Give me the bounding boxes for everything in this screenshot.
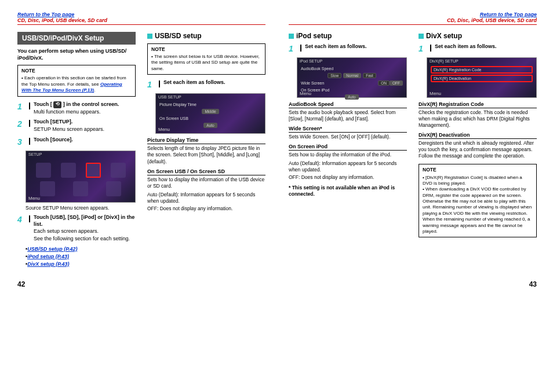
audiobook-speed-head: AudioBook Speed — [289, 101, 407, 108]
intro-text: You can perform setup when using USB/SD/… — [17, 48, 136, 61]
shot-title: DivX(R) SETUP — [430, 59, 459, 63]
shot-menu-label: Menu — [158, 127, 170, 132]
usb-step1: Set each item as follows. — [163, 79, 265, 86]
asterisk-note: * This setting is not available when an … — [289, 185, 407, 197]
off-label: OFF: — [147, 206, 160, 211]
picture-display-time-desc: Selects length of time to display JPEG p… — [147, 145, 265, 164]
step4-head: Touch [USB], [SD], [iPod] or [DivX] in t… — [34, 214, 136, 228]
section-title: USB/SD/iPod/DivX Setup — [17, 32, 136, 45]
shot-title: USB SETUP — [158, 95, 181, 99]
audiobook-speed-desc: Sets the audio book playback speed. Sele… — [289, 109, 407, 122]
ipod-step1: Set each item as follows. — [305, 43, 407, 50]
off-text: Does not display any information. — [160, 206, 233, 211]
off-text: Does not display any information. — [301, 174, 374, 180]
usb-sd-heading: USB/SD setup — [155, 32, 202, 40]
page-header: Return to the Top page CD, Disc, iPod, U… — [289, 12, 537, 25]
step1-text-b: ] in the control screen. — [63, 101, 119, 107]
note-title: NOTE — [423, 167, 533, 173]
breadcrumb: CD, Disc, iPod, USB device, SD card — [447, 17, 537, 23]
note-box: NOTE [DivX(R) Registration Code] is disa… — [419, 164, 537, 237]
onscreen-ipod-head: On Screen iPod — [289, 144, 407, 151]
divx-deact-desc: Deregisters the unit which is already re… — [419, 140, 537, 159]
widescreen-head: Wide Screen* — [289, 126, 407, 133]
setup-screenshot: SETUP Menu — [26, 151, 136, 203]
shot-caption: Source SETUP Menu screen appears. — [26, 205, 136, 211]
ipod-setup-screenshot: iPod SETUP AudioBook Speed Slow Normal F… — [297, 57, 407, 98]
step-number: 4 — [17, 214, 26, 243]
xref-usb-sd[interactable]: USB/SD setup (P.42) — [26, 246, 136, 252]
divx-deact-head: DivX(R) Deactivation — [419, 132, 537, 139]
return-link[interactable]: Return to the Top page — [17, 12, 74, 17]
step-number: 1 — [289, 43, 297, 54]
shot-menu-label: Menu — [300, 91, 311, 96]
usb-setup-screenshot: USB SETUP Picture Display Time Middle On… — [155, 93, 265, 134]
divx-setup-screenshot: DivX(R) SETUP DivX(R) Registration Code … — [427, 57, 537, 98]
step-number: 1 — [419, 43, 427, 54]
note-text: The screen shot below is for USB device.… — [151, 54, 261, 72]
off-label: OFF: — [289, 174, 301, 180]
breadcrumb: CD, Disc, iPod, USB device, SD card — [17, 17, 107, 23]
onscreen-ipod-desc: Sets how to display the information of t… — [289, 152, 407, 158]
auto-label: Auto (Default): — [289, 160, 322, 166]
return-link[interactable]: Return to the Top page — [480, 12, 537, 17]
note-box: NOTE The screen shot below is for USB de… — [147, 43, 265, 75]
shot-title: SETUP — [28, 152, 42, 156]
step3-head: Touch [Source]. — [34, 137, 136, 144]
shot-title: iPod SETUP — [300, 59, 322, 63]
step-number: 1 — [17, 101, 26, 116]
divx-heading: DivX setup — [426, 32, 462, 40]
step2-head: Touch [SETUP]. — [34, 119, 136, 126]
menu-icon: ⟲ — [53, 101, 61, 108]
step-number: 3 — [17, 137, 26, 147]
note-box: NOTE Each operation in this section can … — [17, 65, 136, 96]
onscreen-usb-head: On Screen USB / On Screen SD — [147, 168, 265, 175]
section-marker-icon — [419, 34, 424, 39]
section-marker-icon — [289, 34, 294, 39]
widescreen-desc: Sets Wide Screen. Set [ON] or [OFF] (def… — [289, 134, 407, 140]
onscreen-usb-desc: Sets how to display the information of t… — [147, 177, 265, 189]
page-number: 43 — [289, 269, 537, 288]
shot-menu-label: Menu — [430, 91, 441, 96]
step2-sub: SETUP Menu screen appears. — [34, 126, 136, 133]
xref-ipod[interactable]: iPod setup (P.43) — [26, 254, 136, 259]
page-header: Return to the Top page CD, Disc, iPod, U… — [17, 12, 265, 25]
picture-display-time-head: Picture Display Time — [147, 137, 265, 144]
note-title: NOTE — [151, 46, 261, 53]
ipod-heading: iPod setup — [296, 32, 332, 40]
note-item-2: When downloading a DivX VOD file control… — [423, 186, 533, 235]
divx-step1: Set each item as follows. — [435, 43, 537, 50]
step4-sub2: See the following section for each setti… — [34, 236, 136, 243]
step-number: 1 — [147, 79, 155, 90]
step-number: 2 — [17, 119, 26, 133]
xref-divx[interactable]: DivX setup (P.43) — [26, 261, 136, 267]
section-marker-icon — [147, 34, 152, 39]
step1-text-a: Touch [ — [34, 101, 53, 107]
divx-reg-desc: Checks the registration code. This code … — [419, 109, 537, 129]
step1-sub: Multi function menu appears. — [34, 109, 136, 116]
note-item-1: [DivX(R) Registration Code] is disabled … — [423, 175, 533, 187]
note-title: NOTE — [21, 68, 132, 74]
page-number: 42 — [17, 269, 265, 288]
step4-sub1: Each setup screen appears. — [34, 228, 136, 235]
auto-label: Auto (Default): — [147, 192, 180, 197]
shot-menu-label: Menu — [28, 196, 40, 201]
divx-reg-head: DivX(R) Registration Code — [419, 101, 537, 108]
